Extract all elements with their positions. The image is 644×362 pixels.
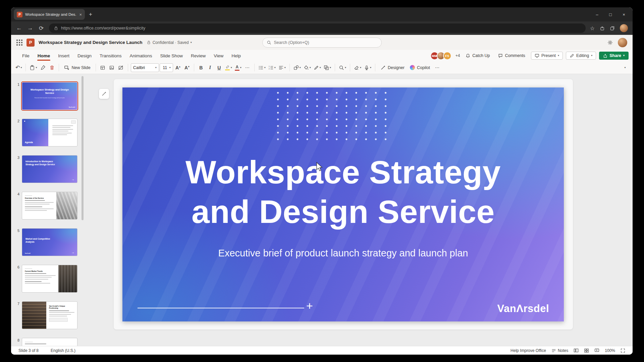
search-input[interactable] bbox=[274, 40, 377, 45]
thumbnail-scrollbar[interactable] bbox=[82, 76, 84, 220]
font-color-button[interactable]: A ▾ bbox=[234, 63, 243, 72]
refresh-button[interactable]: ⟳ bbox=[38, 25, 45, 32]
font-size-input[interactable] bbox=[162, 65, 168, 70]
format-painter-button[interactable] bbox=[39, 63, 47, 72]
shape-outline-button[interactable]: ▾ bbox=[313, 63, 322, 72]
layout-button[interactable] bbox=[99, 63, 107, 72]
normal-view-button[interactable] bbox=[574, 348, 579, 353]
font-name-combo[interactable]: ▾ bbox=[131, 63, 159, 72]
collections-icon[interactable] bbox=[610, 26, 615, 31]
designer-button[interactable]: Designer bbox=[378, 63, 407, 72]
window-minimize-button[interactable]: – bbox=[590, 12, 604, 17]
settings-gear-icon[interactable] bbox=[607, 40, 613, 46]
help-improve-office-link[interactable]: Help Improve Office bbox=[511, 348, 546, 353]
slide-thumbnail-6[interactable]: Current Market Trends bbox=[22, 265, 77, 293]
hide-slide-button[interactable] bbox=[117, 63, 125, 72]
tab-slide-show[interactable]: Slide Show bbox=[156, 51, 186, 60]
new-slide-button[interactable]: New Slide bbox=[62, 63, 93, 72]
tab-view[interactable]: View bbox=[210, 51, 227, 60]
avatar-fs[interactable]: FS bbox=[443, 52, 451, 60]
slide-subtitle[interactable]: Executive brief of product launch strate… bbox=[122, 248, 564, 259]
align-button[interactable]: ▾ bbox=[277, 63, 287, 72]
tab-help[interactable]: Help bbox=[228, 51, 245, 60]
chevron-down-icon[interactable]: ▾ bbox=[360, 66, 361, 69]
tab-home[interactable]: Home bbox=[34, 51, 54, 60]
reuse-slides-button[interactable] bbox=[108, 63, 116, 72]
presence-overflow-count[interactable]: +4 bbox=[455, 53, 460, 58]
chevron-down-icon[interactable]: ▾ bbox=[591, 54, 592, 57]
powerpoint-logo[interactable]: P bbox=[26, 39, 35, 47]
slide-thumbnail-8[interactable] bbox=[22, 338, 77, 346]
chevron-down-icon[interactable]: ▾ bbox=[240, 66, 241, 69]
slide-sorter-view-button[interactable] bbox=[584, 348, 589, 353]
catch-up-button[interactable]: Catch Up bbox=[463, 52, 492, 60]
share-button[interactable]: Share ▾ bbox=[599, 52, 629, 60]
numbering-button[interactable]: ▾ bbox=[267, 63, 277, 72]
designer-suggestion-button[interactable] bbox=[99, 89, 109, 99]
sensitivity-label[interactable]: Confidential · Saved ▾ bbox=[147, 40, 192, 45]
presence-avatars[interactable]: MM FS bbox=[430, 52, 451, 60]
vanarsdel-logo[interactable]: VanΛrsdel bbox=[497, 303, 549, 315]
bullets-button[interactable]: ▾ bbox=[257, 63, 267, 72]
font-name-input[interactable] bbox=[133, 65, 154, 70]
bookmark-star-icon[interactable]: ☆ bbox=[590, 25, 595, 32]
chevron-down-icon[interactable]: ▾ bbox=[169, 66, 171, 69]
undo-button[interactable]: ↶▾ bbox=[14, 63, 23, 72]
more-font-options-button[interactable]: ⋯ bbox=[243, 63, 252, 72]
tab-file[interactable]: File bbox=[18, 51, 33, 60]
slide-thumbnail-3[interactable]: Introduction to Workspace Strategy and D… bbox=[22, 155, 77, 183]
chevron-down-icon[interactable]: ▾ bbox=[558, 54, 559, 57]
delete-slide-button[interactable] bbox=[48, 63, 56, 72]
font-size-combo[interactable]: ▾ bbox=[160, 63, 173, 72]
current-slide[interactable]: Workspace Strategy and Design Service Ex… bbox=[122, 87, 564, 321]
tab-close-icon[interactable]: × bbox=[79, 12, 82, 17]
slide-counter[interactable]: Slide 3 of 8 bbox=[18, 348, 39, 353]
slide-thumbnail-4[interactable]: Overview of the Service bbox=[22, 192, 77, 220]
highlight-color-button[interactable]: ▾ bbox=[224, 63, 233, 72]
tab-transitions[interactable]: Transitions bbox=[96, 51, 125, 60]
dictate-button[interactable]: ▾ bbox=[363, 63, 372, 72]
chevron-down-icon[interactable]: ▾ bbox=[264, 66, 266, 69]
editing-mode-button[interactable]: Editing ▾ bbox=[566, 52, 596, 60]
chevron-down-icon[interactable]: ▾ bbox=[330, 66, 331, 69]
chevron-down-icon[interactable]: ▾ bbox=[284, 66, 286, 69]
chevron-down-icon[interactable]: ▾ bbox=[370, 66, 371, 69]
zoom-level[interactable]: 100% bbox=[605, 348, 615, 353]
browser-tab[interactable]: P Workspace Strategy and Des... × bbox=[14, 9, 85, 20]
tab-design[interactable]: Design bbox=[74, 51, 95, 60]
chevron-down-icon[interactable]: ▾ bbox=[274, 66, 276, 69]
fit-to-window-button[interactable] bbox=[621, 348, 625, 353]
address-bar[interactable] bbox=[49, 23, 586, 33]
arrange-button[interactable]: ▾ bbox=[323, 63, 332, 72]
app-launcher-icon[interactable] bbox=[16, 40, 22, 46]
slide-thumbnail-2[interactable]: Agenda bbox=[22, 119, 77, 146]
new-tab-button[interactable]: + bbox=[89, 11, 92, 18]
clear-formatting-button[interactable]: ▾ bbox=[353, 63, 362, 72]
shape-fill-button[interactable]: ▾ bbox=[303, 63, 312, 72]
back-button[interactable]: ← bbox=[16, 25, 22, 32]
document-title[interactable]: Workspace Strategy and Design Service La… bbox=[39, 40, 143, 45]
chevron-down-icon[interactable]: ▾ bbox=[310, 66, 311, 69]
chevron-down-icon[interactable]: ▾ bbox=[155, 66, 157, 69]
copilot-button[interactable]: Copilot bbox=[408, 63, 432, 72]
extensions-icon[interactable] bbox=[600, 26, 605, 31]
forward-button[interactable]: → bbox=[27, 25, 34, 32]
chevron-down-icon[interactable]: ▾ bbox=[231, 66, 232, 69]
url-input[interactable] bbox=[61, 26, 581, 31]
shrink-font-button[interactable]: A▾ bbox=[183, 63, 191, 72]
bold-button[interactable]: B bbox=[197, 63, 205, 72]
browser-profile-avatar[interactable] bbox=[620, 24, 628, 32]
comments-button[interactable]: Comments bbox=[495, 52, 528, 60]
paste-button[interactable]: ▾ bbox=[29, 63, 38, 72]
slide-title[interactable]: Workspace Strategy and Design Service bbox=[122, 153, 564, 232]
ribbon-collapse-button[interactable]: ▾ bbox=[621, 63, 629, 72]
window-close-button[interactable]: × bbox=[617, 12, 631, 17]
search-box[interactable] bbox=[262, 38, 382, 48]
tab-review[interactable]: Review bbox=[187, 51, 209, 60]
chevron-down-icon[interactable]: ▾ bbox=[320, 66, 321, 69]
slide-thumbnail-7[interactable]: Van Arsdel's Unique Positioning bbox=[22, 301, 77, 329]
underline-button[interactable]: U bbox=[215, 63, 223, 72]
chevron-down-icon[interactable]: ▾ bbox=[20, 66, 22, 69]
window-maximize-button[interactable]: □ bbox=[604, 12, 617, 17]
slide-thumbnail-1[interactable]: Workspace Strategy and Design Service Ex… bbox=[22, 82, 77, 110]
